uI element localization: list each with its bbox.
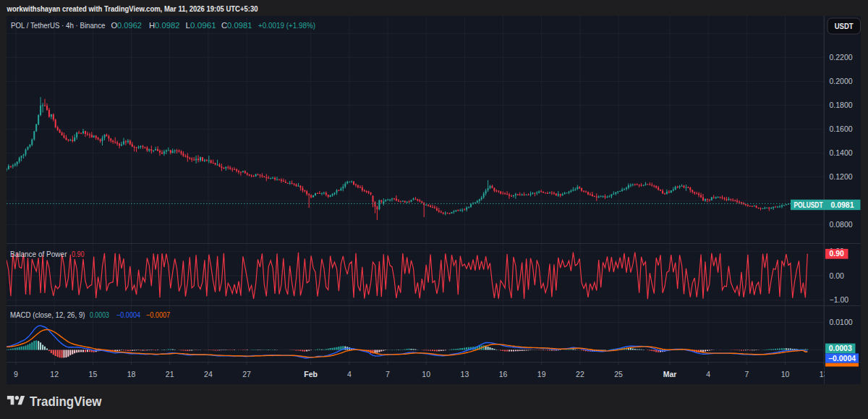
- svg-text:H0.0982: H0.0982: [149, 21, 180, 30]
- svg-text:0.0003: 0.0003: [90, 310, 109, 319]
- svg-text:0.1200: 0.1200: [830, 172, 853, 181]
- svg-text:15: 15: [89, 370, 98, 378]
- svg-text:25: 25: [614, 370, 623, 378]
- svg-text:0.90: 0.90: [72, 250, 85, 258]
- svg-text:POL / TetherUS · 4h · Binance: POL / TetherUS · 4h · Binance: [11, 21, 106, 30]
- svg-text:0.90: 0.90: [829, 249, 844, 258]
- svg-text:0.00: 0.00: [830, 271, 845, 280]
- svg-text:−0.0007: −0.0007: [146, 310, 170, 319]
- svg-text:Feb: Feb: [304, 370, 318, 378]
- svg-text:18: 18: [127, 370, 136, 378]
- svg-text:−1.00: −1.00: [830, 295, 849, 304]
- svg-text:0.2200: 0.2200: [830, 53, 853, 62]
- svg-text:C0.0981: C0.0981: [221, 21, 252, 30]
- svg-text:USDT: USDT: [835, 22, 854, 30]
- svg-text:0.1800: 0.1800: [830, 101, 853, 109]
- svg-text:12: 12: [50, 370, 59, 378]
- svg-text:TradingView: TradingView: [30, 394, 102, 409]
- svg-text:0.0981: 0.0981: [830, 200, 854, 209]
- svg-text:21: 21: [166, 370, 174, 378]
- svg-text:MACD (close, 12, 26, 9): MACD (close, 12, 26, 9): [10, 310, 85, 319]
- svg-text:0.0800: 0.0800: [830, 220, 853, 229]
- svg-text:workwithshayan created with Tr: workwithshayan created with TradingView.…: [7, 4, 258, 13]
- svg-text:27: 27: [242, 370, 251, 378]
- svg-text:Balance of Power: Balance of Power: [10, 250, 67, 258]
- svg-text:7: 7: [386, 370, 390, 378]
- svg-text:O0.0962: O0.0962: [111, 21, 142, 30]
- svg-text:0.1400: 0.1400: [830, 148, 853, 157]
- svg-text:24: 24: [204, 370, 213, 378]
- svg-text:9: 9: [14, 370, 18, 378]
- svg-text:13: 13: [461, 370, 469, 378]
- svg-text:−0.0004: −0.0004: [828, 354, 856, 363]
- svg-text:+0.0019 (+1.98%): +0.0019 (+1.98%): [258, 21, 315, 30]
- svg-text:7: 7: [744, 370, 749, 378]
- svg-text:−0.0004: −0.0004: [116, 310, 140, 319]
- svg-text:10: 10: [781, 370, 790, 378]
- svg-text:19: 19: [537, 370, 546, 378]
- svg-text:16: 16: [499, 370, 508, 378]
- svg-text:22: 22: [576, 370, 584, 378]
- svg-text:Mar: Mar: [663, 370, 677, 378]
- svg-text:L0.0961: L0.0961: [185, 21, 216, 30]
- svg-text:4: 4: [706, 370, 710, 378]
- svg-text:0.2000: 0.2000: [830, 77, 853, 85]
- svg-text:0.1600: 0.1600: [830, 124, 853, 133]
- svg-text:0.0100: 0.0100: [830, 318, 853, 326]
- svg-text:10: 10: [422, 370, 430, 378]
- svg-text:POLUSDT: POLUSDT: [794, 200, 823, 209]
- svg-text:4: 4: [347, 370, 352, 378]
- svg-text:0.0003: 0.0003: [829, 344, 852, 352]
